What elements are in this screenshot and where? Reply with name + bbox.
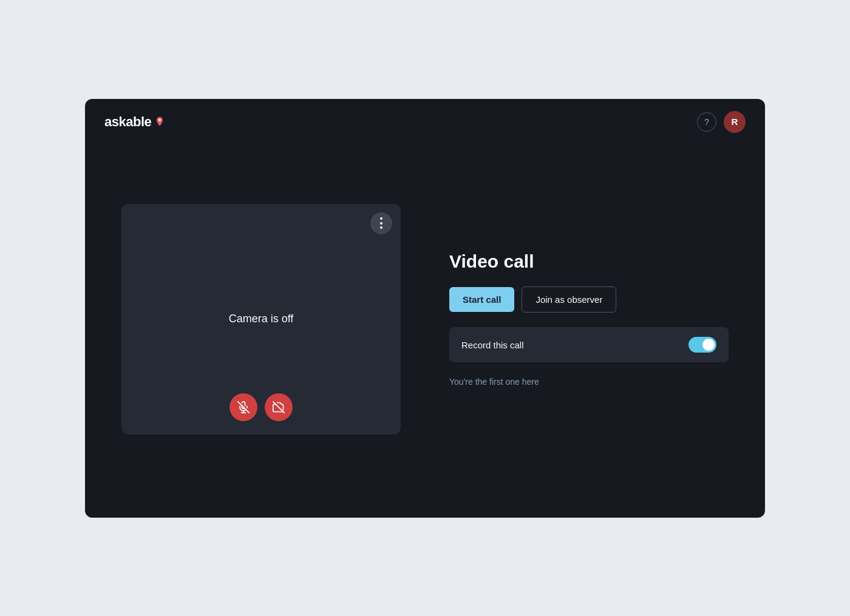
camera-button[interactable] <box>265 393 293 421</box>
avatar[interactable]: R <box>724 111 746 133</box>
camera-off-label: Camera is off <box>229 313 294 325</box>
help-icon: ? <box>704 117 709 127</box>
call-title: Video call <box>449 251 729 272</box>
record-row: Record this call <box>449 327 729 362</box>
main-content: Camera is off <box>85 145 765 518</box>
video-controls <box>229 393 293 421</box>
help-button[interactable]: ? <box>697 112 716 132</box>
video-panel: Camera is off <box>121 204 401 435</box>
start-call-button[interactable]: Start call <box>449 287 514 312</box>
toggle-thumb <box>702 339 715 351</box>
call-actions: Start call Join as observer <box>449 286 729 313</box>
svg-line-4 <box>273 401 284 412</box>
header-right: ? R <box>697 111 746 133</box>
join-as-observer-button[interactable]: Join as observer <box>522 286 616 313</box>
header: askable ? R <box>85 99 765 145</box>
more-options-button[interactable] <box>370 212 392 234</box>
record-toggle[interactable] <box>688 337 716 353</box>
logo: askable <box>104 114 166 130</box>
logo-icon <box>154 116 166 128</box>
svg-point-0 <box>158 118 161 121</box>
logo-text: askable <box>104 114 151 130</box>
first-one-text: You're the first one here <box>449 377 729 387</box>
app-window: askable ? R Camera is off <box>85 99 765 518</box>
camera-off-icon <box>273 401 285 413</box>
mute-button[interactable] <box>229 393 257 421</box>
dots-icon <box>380 217 382 229</box>
mic-off-icon <box>237 401 250 413</box>
right-panel: Video call Start call Join as observer R… <box>449 251 729 387</box>
toggle-track <box>688 337 716 353</box>
record-label: Record this call <box>461 340 524 350</box>
